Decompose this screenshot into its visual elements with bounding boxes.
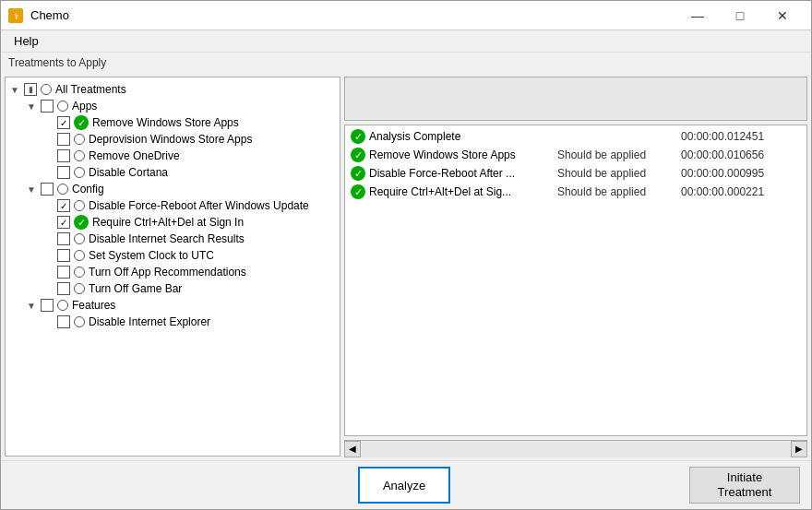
apps-radio[interactable] [57, 101, 68, 112]
item-disable-reboot[interactable]: ✓ Disable Force-Reboot After Windows Upd… [7, 197, 338, 214]
item-label: Remove OneDrive [87, 149, 180, 162]
item-radio[interactable] [74, 267, 85, 278]
item-require-ctrl-alt-del[interactable]: ✓ ✓ Require Ctrl+Alt+Del at Sign In [7, 214, 338, 231]
right-panel: ✓ Analysis Complete 00:00:00.012451 ✓ Re… [344, 77, 807, 457]
item-remove-store-apps[interactable]: ✓ ✓ Remove Windows Store Apps [7, 114, 338, 131]
log-list: ✓ Analysis Complete 00:00:00.012451 ✓ Re… [345, 125, 806, 203]
item-checkbox[interactable]: ✓ [57, 116, 70, 129]
item-checkbox[interactable] [57, 249, 70, 262]
analyze-button[interactable]: Analyze [358, 467, 450, 504]
root-radio[interactable] [41, 84, 52, 95]
item-label: Turn Off Game Bar [87, 282, 182, 295]
log-status: Should be applied [557, 148, 677, 161]
item-radio[interactable] [74, 150, 85, 161]
item-checkbox[interactable] [57, 266, 70, 279]
progress-bar-area [344, 77, 807, 121]
item-label: Disable Cortana [87, 166, 168, 179]
item-radio[interactable] [74, 134, 85, 145]
item-label: Disable Internet Explorer [87, 315, 210, 328]
bottom-bar: Analyze Initiate Treatment [1, 460, 811, 509]
item-checkbox[interactable]: ✓ [57, 199, 70, 212]
item-radio[interactable] [74, 233, 85, 244]
item-deprovision[interactable]: Deprovision Windows Store Apps [7, 131, 338, 148]
item-radio[interactable] [74, 200, 85, 211]
status-check-icon: ✓ [351, 148, 365, 162]
menu-help[interactable]: Help [5, 32, 48, 50]
title-bar-controls: ― □ ✕ [676, 1, 804, 30]
item-remove-onedrive[interactable]: Remove OneDrive [7, 148, 338, 164]
scroll-right-arrow[interactable]: ▶ [791, 441, 807, 457]
connector [41, 248, 55, 263]
status-check-icon: ✓ [351, 166, 365, 181]
connector [41, 148, 55, 163]
item-label: Set System Clock to UTC [87, 249, 214, 262]
item-label: Deprovision Windows Store Apps [87, 133, 252, 146]
tree-root[interactable]: ▼ ▮ All Treatments [7, 81, 338, 98]
status-check-icon: ✓ [351, 129, 365, 144]
config-toggle[interactable]: ▼ [24, 182, 39, 196]
log-time: 00:00:00.000995 [681, 167, 764, 180]
item-game-bar[interactable]: Turn Off Game Bar [7, 280, 338, 297]
log-status: Should be applied [557, 167, 677, 180]
close-button[interactable]: ✕ [761, 1, 804, 30]
connector [41, 198, 55, 213]
window-title: Chemo [30, 8, 69, 22]
group-config[interactable]: ▼ Config [7, 181, 338, 197]
log-row-1: ✓ Remove Windows Store Apps Should be ap… [345, 146, 806, 164]
root-checkbox[interactable]: ▮ [24, 83, 37, 96]
item-system-clock[interactable]: Set System Clock to UTC [7, 247, 338, 264]
root-toggle[interactable]: ▼ [7, 82, 22, 97]
config-label: Config [70, 183, 104, 196]
app-icon: ⚕ [8, 8, 23, 23]
title-bar-left: ⚕ Chemo [8, 8, 69, 23]
log-status: Should be applied [557, 185, 677, 198]
item-checkbox[interactable] [57, 133, 70, 146]
log-row-3: ✓ Require Ctrl+Alt+Del at Sig... Should … [345, 183, 806, 201]
menu-bar: Help [1, 30, 811, 53]
item-radio[interactable] [74, 283, 85, 294]
item-label: Disable Internet Search Results [87, 232, 245, 245]
connector [41, 281, 55, 296]
log-name: Disable Force-Reboot After ... [369, 167, 554, 180]
scroll-track[interactable] [361, 441, 791, 457]
group-apps[interactable]: ▼ Apps [7, 98, 338, 114]
features-toggle[interactable]: ▼ [24, 298, 39, 313]
item-disable-search[interactable]: Disable Internet Search Results [7, 231, 338, 247]
item-checkbox[interactable] [57, 149, 70, 162]
item-checkbox[interactable] [57, 232, 70, 245]
connector [41, 314, 55, 329]
apps-toggle[interactable]: ▼ [24, 99, 39, 113]
config-checkbox[interactable] [41, 183, 54, 196]
initiate-treatment-button[interactable]: Initiate Treatment [689, 467, 800, 504]
initiate-line2: Treatment [718, 485, 772, 499]
item-app-recommendations[interactable]: Turn Off App Recommendations [7, 264, 338, 280]
features-checkbox[interactable] [41, 299, 54, 312]
item-checkbox[interactable] [57, 166, 70, 179]
item-checkbox[interactable] [57, 315, 70, 328]
item-label: Require Ctrl+Alt+Del at Sign In [90, 216, 244, 229]
item-checkbox[interactable]: ✓ [57, 216, 70, 229]
item-disable-ie[interactable]: Disable Internet Explorer [7, 314, 338, 330]
apps-checkbox[interactable] [41, 100, 54, 113]
scroll-left-arrow[interactable]: ◀ [344, 441, 361, 457]
connector [41, 215, 55, 230]
config-radio[interactable] [57, 184, 68, 195]
title-bar: ⚕ Chemo ― □ ✕ [1, 1, 811, 30]
group-features[interactable]: ▼ Features [7, 297, 338, 314]
connector [41, 265, 55, 279]
log-time: 00:00:00.012451 [681, 130, 764, 143]
root-label: All Treatments [54, 83, 126, 96]
log-name: Remove Windows Store Apps [369, 148, 554, 161]
maximize-button[interactable]: □ [719, 1, 761, 30]
item-checkbox[interactable] [57, 282, 70, 295]
minimize-button[interactable]: ― [676, 1, 719, 30]
treatments-tree: ▼ ▮ All Treatments ▼ Apps ✓ ✓ Remove Win… [5, 77, 340, 457]
item-disable-cortana[interactable]: Disable Cortana [7, 164, 338, 181]
features-radio[interactable] [57, 300, 68, 311]
item-radio[interactable] [74, 250, 85, 261]
horizontal-scrollbar[interactable]: ◀ ▶ [344, 440, 807, 457]
log-list-container[interactable]: ✓ Analysis Complete 00:00:00.012451 ✓ Re… [344, 125, 807, 436]
item-label: Turn Off App Recommendations [87, 266, 246, 279]
item-radio[interactable] [74, 167, 85, 178]
item-radio[interactable] [74, 316, 85, 327]
